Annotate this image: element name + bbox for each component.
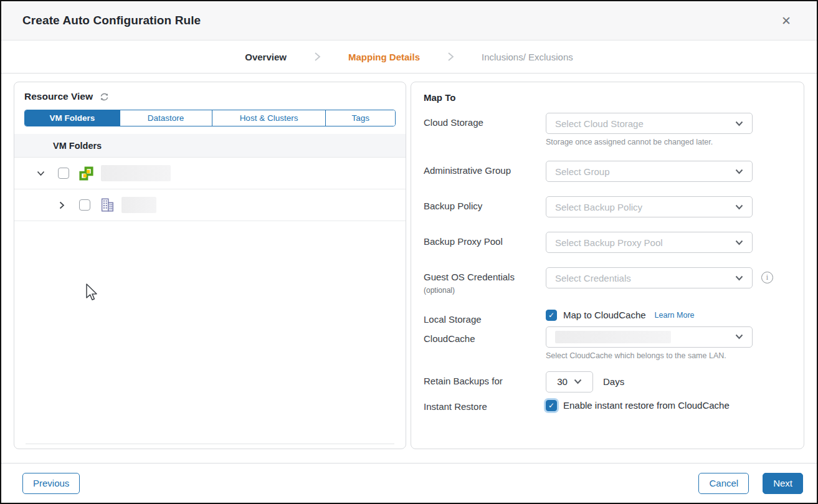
- refresh-icon[interactable]: [99, 92, 110, 102]
- tab-tags[interactable]: Tags: [326, 110, 394, 126]
- guest-os-credentials-optional: (optional): [424, 286, 546, 295]
- next-button[interactable]: Next: [763, 473, 803, 494]
- field-administrative-group: Administrative Group Select Group: [424, 161, 791, 182]
- map-to-cloudcache-checkbox-label: Map to CloudCache: [563, 310, 646, 320]
- step-overview[interactable]: Overview: [245, 52, 287, 62]
- tab-host-and-clusters[interactable]: Host & Clusters: [212, 110, 326, 126]
- dialog-footer: Previous Cancel Next: [1, 463, 817, 503]
- cancel-button[interactable]: Cancel: [698, 473, 749, 494]
- backup-policy-placeholder: Select Backup Policy: [555, 202, 642, 212]
- chevron-down-icon[interactable]: [36, 168, 45, 178]
- administrative-group-select[interactable]: Select Group: [546, 161, 753, 182]
- field-backup-proxy-pool: Backup Proxy Pool Select Backup Proxy Po…: [424, 232, 791, 253]
- tree-row-vcenter[interactable]: [14, 158, 406, 189]
- instant-restore-label: Instant Restore: [424, 397, 546, 413]
- administrative-group-label: Administrative Group: [424, 161, 546, 177]
- chevron-right-icon[interactable]: [57, 200, 67, 210]
- backup-proxy-pool-placeholder: Select Backup Proxy Pool: [555, 237, 663, 248]
- tree-row-datacenter[interactable]: [14, 189, 406, 221]
- backup-policy-select[interactable]: Select Backup Policy: [546, 196, 753, 217]
- days-suffix: Days: [603, 376, 624, 387]
- step-inclusions-exclusions[interactable]: Inclusions/ Exclusions: [482, 52, 573, 62]
- cloud-storage-label: Cloud Storage: [424, 113, 546, 129]
- chevron-down-icon: [735, 204, 743, 210]
- chevron-down-icon: [735, 240, 743, 245]
- guest-os-credentials-select[interactable]: Select Credentials: [546, 267, 753, 288]
- cloudcache-helper: Select CloudCache which belongs to the s…: [546, 351, 791, 360]
- chevron-down-icon: [574, 379, 582, 384]
- info-icon[interactable]: i: [761, 272, 773, 283]
- create-auto-configuration-rule-dialog: Create Auto Configuration Rule ✕ Overvie…: [0, 0, 818, 504]
- step-mapping-details[interactable]: Mapping Details: [348, 52, 420, 62]
- cloudcache-select[interactable]: [546, 326, 753, 348]
- resource-view-title: Resource View: [24, 91, 93, 102]
- learn-more-link[interactable]: Learn More: [655, 311, 695, 320]
- row-checkbox[interactable]: [79, 199, 90, 211]
- local-storage-label: Local Storage: [424, 314, 546, 326]
- redacted-text: [101, 165, 171, 181]
- chevron-down-icon: [735, 275, 743, 281]
- field-cloud-storage: Cloud Storage Select Cloud Storage Stora…: [424, 113, 791, 146]
- backup-proxy-pool-select[interactable]: Select Backup Proxy Pool: [546, 232, 753, 253]
- backup-proxy-pool-label: Backup Proxy Pool: [424, 232, 546, 248]
- dialog-title: Create Auto Configuration Rule: [22, 14, 201, 27]
- vcenter-icon: [78, 165, 95, 182]
- cloud-storage-helper: Storage once assigned cannot be changed …: [546, 138, 791, 146]
- instant-restore-checkbox[interactable]: ✓: [546, 400, 557, 411]
- previous-button[interactable]: Previous: [22, 473, 80, 494]
- retain-backups-label: Retain Backups for: [424, 371, 546, 388]
- backup-policy-label: Backup Policy: [424, 196, 546, 212]
- row-checkbox[interactable]: [58, 168, 69, 179]
- guest-os-credentials-placeholder: Select Credentials: [555, 273, 631, 283]
- cloud-storage-placeholder: Select Cloud Storage: [555, 118, 644, 129]
- field-instant-restore: Instant Restore ✓ Enable instant restore…: [424, 397, 791, 413]
- field-guest-os-credentials: Guest OS Credentials (optional) Select C…: [424, 267, 791, 295]
- chevron-down-icon: [735, 121, 743, 126]
- resource-view-tabbar: VM Folders Datastore Host & Clusters Tag…: [24, 110, 396, 126]
- close-icon[interactable]: ✕: [777, 11, 796, 30]
- chevron-right-icon: [314, 52, 321, 62]
- cloudcache-label: CloudCache: [424, 333, 546, 345]
- map-to-panel: Map To Cloud Storage Select Cloud Storag…: [411, 82, 804, 449]
- field-backup-policy: Backup Policy Select Backup Policy: [424, 196, 791, 217]
- tree-column-header: VM Folders: [14, 134, 406, 158]
- tab-vm-folders[interactable]: VM Folders: [25, 110, 120, 126]
- dialog-body: Resource View VM Folders Datastore Host …: [1, 74, 817, 463]
- chevron-down-icon: [735, 169, 743, 174]
- instant-restore-checkbox-label: Enable instant restore from CloudCache: [563, 400, 730, 411]
- datacenter-icon: [99, 197, 115, 213]
- map-to-title: Map To: [424, 92, 791, 103]
- resource-view-panel: Resource View VM Folders Datastore Host …: [14, 82, 406, 449]
- retain-days-value: 30: [557, 376, 568, 387]
- wizard-stepper: Overview Mapping Details Inclusions/ Exc…: [1, 40, 817, 74]
- redacted-text: [555, 331, 671, 343]
- chevron-down-icon: [735, 334, 743, 340]
- chevron-right-icon: [447, 52, 454, 62]
- administrative-group-placeholder: Select Group: [555, 166, 610, 177]
- dialog-header: Create Auto Configuration Rule ✕: [1, 1, 817, 40]
- redacted-text: [121, 197, 156, 213]
- retain-days-select[interactable]: 30: [546, 371, 593, 392]
- field-local-storage-cloudcache: Local Storage CloudCache ✓ Map to CloudC…: [424, 310, 791, 360]
- panel-bottom-divider: [26, 444, 394, 444]
- map-to-cloudcache-checkbox[interactable]: ✓: [546, 310, 557, 321]
- cloud-storage-select[interactable]: Select Cloud Storage: [546, 113, 753, 134]
- field-retain-backups: Retain Backups for 30 Days: [424, 371, 791, 392]
- tab-datastore[interactable]: Datastore: [120, 110, 212, 126]
- guest-os-credentials-label: Guest OS Credentials: [424, 272, 546, 283]
